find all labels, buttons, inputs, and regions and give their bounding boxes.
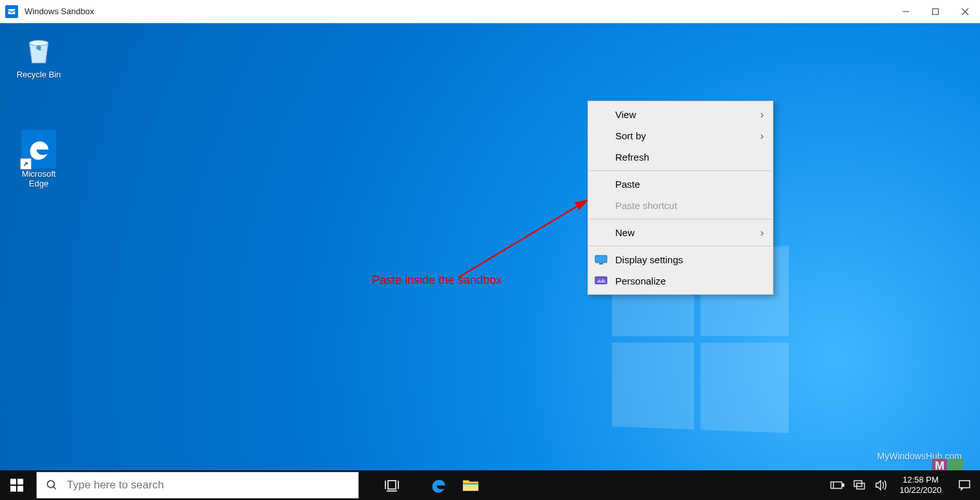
chevron-right-icon: › xyxy=(761,109,764,121)
context-item-label: Paste shortcut xyxy=(615,200,677,211)
desktop-icon-edge[interactable]: Microsoft Edge xyxy=(12,132,66,188)
svg-rect-22 xyxy=(831,482,842,488)
tray-battery[interactable] xyxy=(826,470,848,500)
svg-point-14 xyxy=(47,481,54,488)
chevron-right-icon: › xyxy=(761,130,764,142)
context-item-new[interactable]: New › xyxy=(588,222,773,243)
window-controls xyxy=(891,0,980,23)
svg-rect-21 xyxy=(463,483,478,485)
svg-rect-12 xyxy=(10,486,16,492)
clock-date: 10/22/2020 xyxy=(899,485,943,495)
taskbar-app-explorer[interactable] xyxy=(454,470,487,500)
context-item-paste-shortcut: Paste shortcut xyxy=(588,195,773,216)
shortcut-overlay-icon xyxy=(20,158,32,170)
desktop-icon-label: Recycle Bin xyxy=(12,70,66,79)
search-icon xyxy=(46,479,58,492)
desktop-icon-label: Microsoft Edge xyxy=(12,169,66,188)
tray-volume[interactable] xyxy=(870,470,892,500)
task-view-button[interactable] xyxy=(376,470,408,500)
svg-line-6 xyxy=(458,200,587,277)
watermark-logo: M W xyxy=(932,459,963,470)
edge-icon xyxy=(21,132,56,166)
context-item-refresh[interactable]: Refresh xyxy=(588,146,773,168)
context-item-sort-by[interactable]: Sort by › xyxy=(588,125,773,146)
menu-separator xyxy=(589,246,771,246)
context-item-label: Refresh xyxy=(615,152,649,163)
menu-separator xyxy=(589,170,771,171)
svg-rect-13 xyxy=(17,486,23,492)
svg-rect-7 xyxy=(595,255,607,263)
svg-rect-8 xyxy=(599,263,603,265)
display-settings-icon xyxy=(595,255,607,265)
battery-icon xyxy=(830,481,844,490)
context-item-label: View xyxy=(615,109,636,120)
context-item-paste[interactable]: Paste xyxy=(588,174,773,195)
svg-rect-27 xyxy=(959,481,970,488)
desktop-context-menu: View › Sort by › Refresh Paste Paste sho… xyxy=(587,101,773,295)
edge-icon xyxy=(429,476,447,494)
window-title: Windows Sandbox xyxy=(25,6,94,16)
volume-icon xyxy=(875,479,888,491)
sandbox-app-icon xyxy=(5,5,18,18)
tray-network[interactable] xyxy=(848,470,870,500)
system-tray: 12:58 PM 10/22/2020 xyxy=(826,470,980,500)
taskbar-search[interactable] xyxy=(36,472,359,499)
recycle-bin-icon xyxy=(21,32,56,67)
context-item-label: Personalize xyxy=(615,275,666,286)
svg-rect-2 xyxy=(933,9,939,15)
context-item-label: Display settings xyxy=(615,254,683,265)
svg-rect-0 xyxy=(8,8,15,14)
svg-rect-11 xyxy=(17,479,23,485)
action-center-button[interactable] xyxy=(949,470,980,500)
windows-start-icon xyxy=(10,479,23,492)
chevron-right-icon: › xyxy=(761,227,764,239)
clock-time: 12:58 PM xyxy=(899,475,943,485)
close-button[interactable] xyxy=(950,0,980,23)
network-icon xyxy=(853,479,866,491)
svg-line-15 xyxy=(54,486,56,489)
svg-rect-9 xyxy=(595,277,607,284)
svg-rect-10 xyxy=(10,479,16,485)
taskbar-app-edge[interactable] xyxy=(422,470,454,500)
context-item-label: New xyxy=(615,227,635,238)
window-titlebar: Windows Sandbox xyxy=(0,0,980,23)
start-button[interactable] xyxy=(0,470,34,500)
context-item-label: Paste xyxy=(615,179,640,190)
menu-separator xyxy=(589,219,771,219)
taskbar-clock[interactable]: 12:58 PM 10/22/2020 xyxy=(892,475,949,495)
context-item-display-settings[interactable]: Display settings xyxy=(588,249,773,270)
svg-point-5 xyxy=(29,40,48,45)
context-item-personalize[interactable]: Personalize xyxy=(588,270,773,292)
desktop-icon-recycle-bin[interactable]: Recycle Bin xyxy=(12,32,66,79)
svg-rect-16 xyxy=(388,481,396,489)
personalize-icon xyxy=(595,276,607,286)
taskbar: 12:58 PM 10/22/2020 xyxy=(0,470,980,500)
action-center-icon xyxy=(958,479,971,491)
annotation-label: Paste inside the sandbox xyxy=(372,274,502,287)
context-item-view[interactable]: View › xyxy=(588,104,773,125)
task-view-icon xyxy=(384,479,400,492)
context-item-label: Sort by xyxy=(615,130,646,141)
desktop[interactable]: Recycle Bin Microsoft Edge Paste inside … xyxy=(0,23,980,470)
minimize-button[interactable] xyxy=(891,0,921,23)
maximize-button[interactable] xyxy=(921,0,950,23)
taskbar-search-input[interactable] xyxy=(67,479,349,492)
file-explorer-icon xyxy=(462,478,479,492)
svg-rect-23 xyxy=(842,484,844,486)
